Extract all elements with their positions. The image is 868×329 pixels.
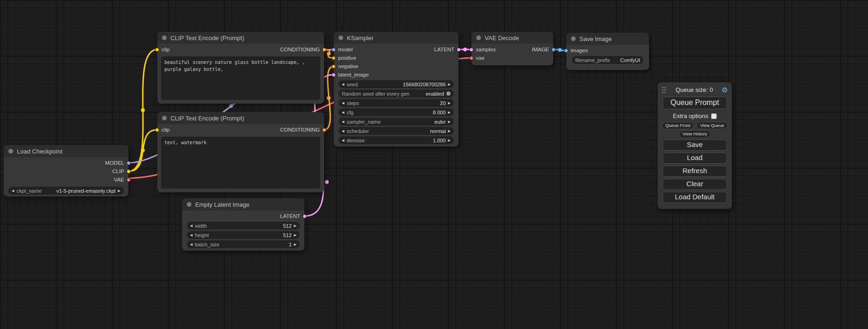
clear-button[interactable]: Clear <box>663 179 727 190</box>
load-default-button[interactable]: Load Default <box>663 192 727 203</box>
settings-gear-icon[interactable]: ⚙ <box>722 86 728 93</box>
widget-seed[interactable]: ◀ seed 156680208700286 ▶ <box>339 80 454 88</box>
collapse-dot-icon[interactable] <box>187 202 191 207</box>
node-clip-text-encode-positive[interactable]: CLIP Text Encode (Prompt) clip CONDITION… <box>157 32 324 104</box>
port-negative-input[interactable] <box>332 64 336 69</box>
port-conditioning-output[interactable] <box>322 128 326 132</box>
increment-arrow-icon[interactable]: ▶ <box>294 224 296 227</box>
increment-arrow-icon[interactable]: ▶ <box>448 101 451 105</box>
widget-label: ckpt_name <box>16 188 42 194</box>
node-title-bar[interactable]: Empty Latent Image <box>182 198 304 210</box>
widget-batch-size[interactable]: ◀ batch_size 1 ▶ <box>187 240 300 248</box>
link-midpoint-dot <box>327 52 331 56</box>
port-conditioning-output[interactable] <box>322 48 326 52</box>
widget-label: filename_prefix <box>575 57 610 63</box>
collapse-dot-icon[interactable] <box>571 36 576 41</box>
port-images-input[interactable] <box>564 49 568 53</box>
input-label-clip: clip <box>162 127 169 133</box>
widget-steps[interactable]: ◀ steps 20 ▶ <box>339 99 454 107</box>
port-positive-input[interactable] <box>332 56 336 60</box>
widget-cfg[interactable]: ◀ cfg 8.000 ▶ <box>339 108 454 116</box>
link-midpoint-dot <box>325 180 329 184</box>
decrement-arrow-icon[interactable]: ◀ <box>342 101 344 105</box>
collapse-dot-icon[interactable] <box>8 149 13 154</box>
widget-scheduler[interactable]: ◀ scheduler normal ▶ <box>339 127 454 135</box>
collapse-dot-icon[interactable] <box>339 35 343 40</box>
widget-height[interactable]: ◀ height 512 ▶ <box>187 231 300 239</box>
view-queue-button[interactable]: View Queue <box>696 122 728 129</box>
view-history-button[interactable]: View History <box>679 130 711 138</box>
node-clip-text-encode-negative[interactable]: CLIP Text Encode (Prompt) clip CONDITION… <box>157 112 324 192</box>
prompt-textarea[interactable]: text, watermark <box>161 137 320 189</box>
node-empty-latent-image[interactable]: Empty Latent Image LATENT ◀ width 512 ▶ … <box>182 198 304 251</box>
widget-label: width <box>195 223 207 229</box>
refresh-button[interactable]: Refresh <box>663 166 727 177</box>
decrement-arrow-icon[interactable]: ◀ <box>190 243 192 246</box>
widget-random-seed-toggle[interactable]: Random seed after every gen enabled <box>339 90 454 98</box>
port-samples-input[interactable] <box>469 48 473 52</box>
queue-prompt-button[interactable]: Queue Prompt <box>663 97 727 109</box>
widget-value: ComfyUI <box>620 57 640 63</box>
port-latent-image-input[interactable] <box>332 73 336 77</box>
node-save-image[interactable]: Save Image images filename_prefix ComfyU… <box>566 33 649 70</box>
drag-handle-icon[interactable] <box>662 86 667 93</box>
widget-value: 512 <box>283 223 291 229</box>
increment-arrow-icon[interactable]: ▶ <box>448 111 451 114</box>
widget-filename-prefix[interactable]: filename_prefix ComfyUI <box>572 56 643 64</box>
decrement-arrow-icon[interactable]: ◀ <box>342 83 344 86</box>
port-latent-output[interactable] <box>457 48 461 52</box>
widget-ckpt-name[interactable]: ◀ ckpt_name v1-5-pruned-emaonly.ckpt ▶ <box>8 187 124 195</box>
increment-arrow-icon[interactable]: ▶ <box>448 139 451 142</box>
port-vae-input[interactable] <box>469 56 473 60</box>
link-midpoint-dot <box>141 108 145 112</box>
port-clip-output[interactable] <box>127 169 131 174</box>
prev-option-arrow-icon[interactable]: ◀ <box>342 129 344 133</box>
decrement-arrow-icon[interactable]: ◀ <box>342 111 344 114</box>
input-label-vae: vae <box>476 55 485 61</box>
prev-option-arrow-icon[interactable]: ◀ <box>342 120 344 123</box>
collapse-dot-icon[interactable] <box>476 35 481 40</box>
output-label-conditioning: CONDITIONING <box>280 47 320 52</box>
decrement-arrow-icon[interactable]: ◀ <box>190 233 192 237</box>
queue-menu-panel: Queue size: 0 ⚙ Queue Prompt Extra optio… <box>657 82 732 209</box>
node-title-bar[interactable]: CLIP Text Encode (Prompt) <box>157 32 324 44</box>
node-title-bar[interactable]: CLIP Text Encode (Prompt) <box>157 112 324 124</box>
node-vae-decode[interactable]: VAE Decode samples IMAGE vae <box>472 32 553 65</box>
extra-options-checkbox[interactable] <box>711 113 717 119</box>
port-vae-output[interactable] <box>127 178 131 182</box>
port-image-output[interactable] <box>551 48 556 52</box>
save-button[interactable]: Save <box>663 140 727 151</box>
next-option-arrow-icon[interactable]: ▶ <box>448 129 451 133</box>
decrement-arrow-icon[interactable]: ◀ <box>190 224 192 227</box>
increment-arrow-icon[interactable]: ▶ <box>448 83 451 86</box>
node-title-bar[interactable]: VAE Decode <box>472 32 553 44</box>
increment-arrow-icon[interactable]: ▶ <box>294 243 296 246</box>
queue-front-button[interactable]: Queue Front <box>662 122 694 129</box>
next-option-arrow-icon[interactable]: ▶ <box>448 120 451 123</box>
widget-sampler-name[interactable]: ◀ sampler_name euler ▶ <box>339 118 454 126</box>
port-clip-input[interactable] <box>155 128 159 132</box>
prompt-textarea[interactable]: beautiful scenery nature glass bottle la… <box>161 56 320 100</box>
widget-width[interactable]: ◀ width 512 ▶ <box>187 222 300 230</box>
node-title-bar[interactable]: Load Checkpoint <box>4 145 128 157</box>
graph-canvas[interactable]: Load Checkpoint MODEL CLIP VAE <box>0 0 868 329</box>
increment-arrow-icon[interactable]: ▶ <box>118 189 120 192</box>
collapse-dot-icon[interactable] <box>162 35 167 40</box>
node-ksampler[interactable]: KSampler model LATENT positive <box>334 32 459 147</box>
node-title-bar[interactable]: KSampler <box>334 32 459 44</box>
decrement-arrow-icon[interactable]: ◀ <box>342 139 344 142</box>
port-clip-input[interactable] <box>155 48 159 52</box>
widget-label: denoise <box>346 138 365 143</box>
widget-denoise[interactable]: ◀ denoise 1.000 ▶ <box>339 136 454 144</box>
load-button[interactable]: Load <box>663 153 727 164</box>
collapse-dot-icon[interactable] <box>162 116 167 120</box>
port-model-output[interactable] <box>127 161 131 165</box>
increment-arrow-icon[interactable]: ▶ <box>294 233 296 237</box>
node-title-bar[interactable]: Save Image <box>566 33 649 45</box>
widget-value: v1-5-pruned-emaonly.ckpt <box>56 188 116 194</box>
decrement-arrow-icon[interactable]: ◀ <box>12 189 14 192</box>
toggle-dot-icon[interactable] <box>446 91 451 96</box>
port-latent-output[interactable] <box>303 214 307 218</box>
node-load-checkpoint[interactable]: Load Checkpoint MODEL CLIP VAE <box>4 145 128 196</box>
port-model-input[interactable] <box>332 48 336 52</box>
